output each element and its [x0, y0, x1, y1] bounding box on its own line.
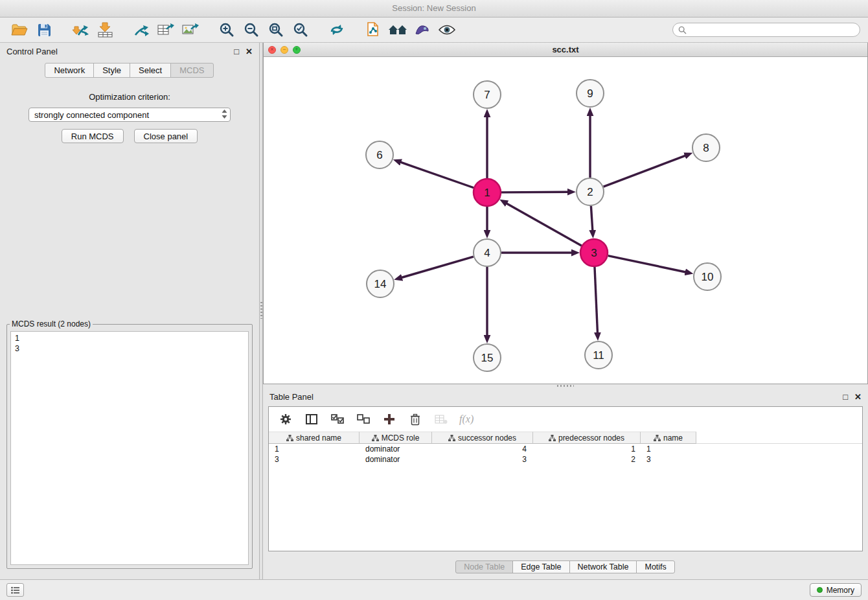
table-cell[interactable]: 1 [269, 444, 360, 454]
network-node-14[interactable]: 14 [367, 270, 394, 297]
zoom-out-button[interactable] [240, 19, 263, 40]
float-table-panel-button[interactable]: □ [843, 393, 848, 401]
column-header-predecessor-nodes[interactable]: predecessor nodes [533, 432, 641, 444]
main-toolbar [0, 17, 868, 43]
column-header-successor-nodes[interactable]: successor nodes [432, 432, 533, 444]
network-node-4[interactable]: 4 [474, 239, 501, 266]
select-all-columns-button[interactable] [330, 411, 345, 427]
table-cell[interactable]: 1 [533, 444, 641, 454]
clone-network-button[interactable] [361, 19, 385, 40]
control-panel-tab-mcds[interactable]: MCDS [170, 63, 213, 78]
svg-text:4: 4 [484, 247, 490, 259]
save-session-button[interactable] [32, 19, 56, 40]
header-filler [696, 432, 862, 444]
network-node-15[interactable]: 15 [474, 344, 501, 371]
network-node-1[interactable]: 1 [474, 179, 501, 206]
control-panel-tab-network[interactable]: Network [45, 63, 94, 78]
delete-column-button[interactable] [407, 411, 423, 427]
network-node-11[interactable]: 11 [585, 341, 612, 369]
table-row[interactable]: 3dominator323 [269, 454, 862, 465]
unselect-all-columns-button[interactable] [356, 411, 371, 427]
network-edge-1-2[interactable] [501, 192, 568, 192]
network-node-8[interactable]: 8 [692, 134, 720, 161]
network-edge-3-11[interactable] [595, 267, 598, 333]
maximize-window-button[interactable]: + [293, 46, 301, 54]
control-panel-tab-style[interactable]: Style [93, 63, 130, 78]
close-table-panel-button[interactable]: ✕ [854, 393, 862, 401]
control-panel-title: Control Panel [6, 47, 227, 56]
memory-button[interactable]: Memory [810, 583, 862, 597]
optimization-dropdown[interactable]: strongly connected component [29, 108, 231, 122]
optimization-criterion-label: Optimization criterion: [0, 92, 259, 102]
status-bar: Memory [0, 579, 868, 600]
column-header-name[interactable]: name [641, 432, 696, 444]
refresh-button[interactable] [325, 19, 348, 40]
memory-label: Memory [827, 586, 854, 595]
new-network-button[interactable] [130, 19, 153, 40]
network-edge-3-1[interactable] [507, 203, 582, 246]
table-tab-motifs[interactable]: Motifs [636, 560, 674, 573]
table-cell[interactable]: dominator [360, 454, 432, 465]
table-header-row: shared nameMCDS rolesuccessor nodesprede… [269, 432, 862, 444]
network-window: scc.txt × − + 7968124314101511 [263, 43, 868, 384]
table-body: 1dominator4113dominator323 [269, 444, 862, 551]
network-node-2[interactable]: 2 [577, 178, 604, 205]
network-node-7[interactable]: 7 [474, 81, 501, 108]
add-column-button[interactable] [382, 411, 397, 427]
search-text-field[interactable] [690, 25, 854, 34]
network-window-titlebar: scc.txt × − + [264, 43, 867, 57]
column-type-icon [372, 435, 379, 441]
network-node-9[interactable]: 9 [577, 80, 604, 107]
close-window-button[interactable]: × [268, 46, 276, 54]
column-header-MCDS-role[interactable]: MCDS role [360, 432, 432, 444]
application-window: Session: New Session Control [0, 0, 868, 600]
import-table-button[interactable] [93, 19, 117, 40]
network-node-6[interactable]: 6 [366, 141, 393, 168]
network-overview-button[interactable] [386, 19, 409, 40]
table-cell[interactable]: dominator [360, 444, 432, 454]
manage-columns-button[interactable] [278, 411, 293, 427]
table-row[interactable]: 1dominator411 [269, 444, 862, 454]
table-tab-node-table[interactable]: Node Table [455, 560, 513, 573]
plus-icon [383, 413, 395, 425]
table-tab-edge-table[interactable]: Edge Table [512, 560, 569, 573]
network-edge-1-6[interactable] [400, 162, 474, 188]
network-edge-2-3[interactable] [591, 206, 592, 231]
mcds-result-title: MCDS result (2 nodes) [10, 319, 93, 329]
import-network-button[interactable] [69, 19, 92, 40]
column-type-icon [654, 435, 661, 441]
apply-style-button[interactable] [411, 19, 434, 40]
network-node-3[interactable]: 3 [580, 239, 608, 266]
float-panel-button[interactable]: □ [234, 47, 239, 56]
network-canvas[interactable]: 7968124314101511 [264, 57, 867, 384]
network-edge-3-10[interactable] [608, 256, 686, 272]
close-panel-button[interactable]: ✕ [246, 47, 253, 56]
panel-list-button[interactable] [6, 583, 24, 597]
column-header-shared-name[interactable]: shared name [269, 432, 360, 444]
table-cell[interactable]: 1 [641, 444, 696, 454]
table-tab-network-table[interactable]: Network Table [569, 560, 637, 573]
show-graphics-details-button[interactable] [435, 19, 459, 40]
control-panel-tab-select[interactable]: Select [130, 63, 171, 78]
zoom-selected-button[interactable] [289, 19, 312, 40]
minimize-window-button[interactable]: − [280, 46, 288, 54]
new-network-icon [133, 23, 149, 37]
export-image-button[interactable] [179, 19, 202, 40]
open-session-button[interactable] [8, 19, 31, 40]
table-cell[interactable]: 3 [432, 454, 533, 465]
network-edge-2-8[interactable] [604, 156, 686, 187]
fit-content-button[interactable] [264, 19, 288, 40]
search-input[interactable] [672, 23, 860, 37]
table-cell[interactable]: 2 [533, 454, 641, 465]
new-table-button[interactable] [154, 19, 177, 40]
network-edge-4-14[interactable] [402, 257, 474, 277]
table-cell[interactable]: 4 [432, 444, 533, 454]
table-cell[interactable]: 3 [641, 454, 696, 465]
run-mcds-button[interactable]: Run MCDS [62, 129, 124, 143]
clone-network-icon [365, 22, 381, 38]
close-panel-action-button[interactable]: Close panel [134, 129, 198, 143]
browse-mode-button[interactable] [304, 411, 319, 427]
table-cell[interactable]: 3 [269, 454, 360, 465]
zoom-in-button[interactable] [215, 19, 238, 40]
network-node-10[interactable]: 10 [694, 263, 721, 290]
